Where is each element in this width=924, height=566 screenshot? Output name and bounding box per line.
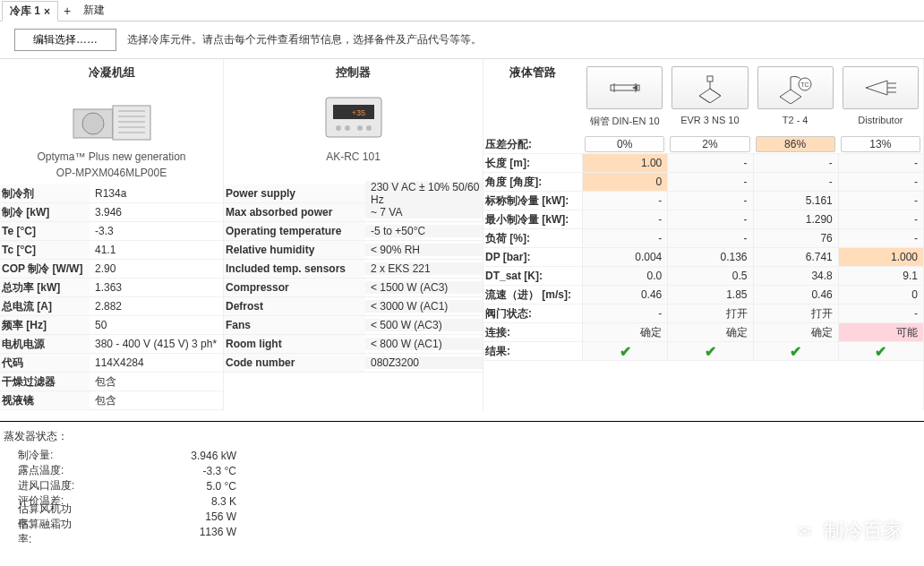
condensing-unit-image[interactable] <box>0 86 223 149</box>
prop-label: 总功率 [kW] <box>0 279 90 296</box>
evaporator-status: 蒸发器状态： 制冷量:3.946 kW露点温度:-3.3 °C进风口温度:5.0… <box>0 425 924 543</box>
liquid-cell[interactable]: 0 <box>582 173 667 191</box>
component-txv[interactable]: TCT2 - 4 <box>753 59 838 135</box>
prop-label: Defrost <box>224 297 365 315</box>
status-value: -3.3 °C <box>75 465 236 477</box>
svg-point-12 <box>345 125 350 131</box>
col2-row: Max absorbed power~ 7 VA <box>224 203 483 222</box>
prop-label: 电机电源 <box>0 335 90 353</box>
liquid-cell: - <box>667 210 752 228</box>
liquid-label: 连接: <box>483 325 582 340</box>
liquid-cell: 确定 <box>667 323 752 341</box>
prop-label: Fans <box>224 316 365 334</box>
prop-value: -3.3 <box>90 225 223 237</box>
liquid-cell: - <box>667 173 752 191</box>
prop-label: Power supply <box>224 184 365 202</box>
prop-value: < 800 W (AC1) <box>365 338 483 350</box>
liquid-cell: 0.004 <box>582 248 667 266</box>
status-value: 156 W <box>75 510 236 523</box>
prop-value: 包含 <box>90 393 223 408</box>
prop-value: < 1500 W (AC3) <box>365 281 483 294</box>
prop-value: 1.363 <box>90 281 223 294</box>
svg-point-2 <box>82 113 104 134</box>
status-row: 估算融霜功率:1136 W <box>4 524 920 539</box>
liquid-cell[interactable]: 1.00 <box>582 154 667 172</box>
col-liquid-line: 液体管路 铜管 DIN-EN 10EVR 3 NS 10TCT2 - 4Dist… <box>483 59 924 410</box>
status-value: 8.3 K <box>75 495 236 508</box>
status-label: 制冷量: <box>4 448 75 463</box>
col2-row: Power supply230 V AC ± 10% 50/60 Hz <box>224 184 483 203</box>
prop-value: < 500 W (AC3) <box>365 319 483 331</box>
watermark: ✉ 制冷百家 <box>791 518 903 543</box>
prop-label: Operating temperature <box>224 222 365 240</box>
liquid-cell: 确定 <box>582 323 667 341</box>
prop-label: Code number <box>224 354 365 372</box>
liquid-cell: 0.136 <box>667 248 752 266</box>
prop-value: 380 - 400 V (415 V) 3 ph* <box>90 338 223 350</box>
close-icon[interactable]: × <box>44 5 50 18</box>
liquid-cell: 0.46 <box>753 286 838 304</box>
col2-row: Relative humidity< 90% RH <box>224 241 483 260</box>
section-divider <box>0 421 924 422</box>
col1-product-code: OP-MPXM046MLP00E <box>0 165 223 184</box>
liquid-label: 长度 [m]: <box>483 156 582 171</box>
prop-value: < 3000 W (AC1) <box>365 300 483 313</box>
component-distributor[interactable]: Distributor <box>838 59 923 135</box>
liquid-row: 阀门状态:-打开打开- <box>483 304 923 323</box>
toolbar: 编辑选择…… 选择冷库元件。请点击每个元件查看细节信息，选择备件及产品代号等等。 <box>0 21 924 59</box>
liquid-cell: - <box>582 210 667 228</box>
liquid-cell[interactable]: 0% <box>585 136 664 152</box>
component-pipe[interactable]: 铜管 DIN-EN 10 <box>582 59 667 135</box>
prop-label: 代码 <box>0 354 90 372</box>
prop-label: Room light <box>224 335 365 353</box>
edit-select-button[interactable]: 编辑选择…… <box>14 29 116 51</box>
prop-value: 114X4284 <box>90 356 223 369</box>
component-valve[interactable]: EVR 3 NS 10 <box>667 59 752 135</box>
prop-value: < 90% RH <box>365 244 483 256</box>
add-tab-icon[interactable]: + <box>58 4 76 18</box>
liquid-cell: 可能 <box>838 323 923 341</box>
status-row: 露点温度:-3.3 °C <box>4 463 920 478</box>
col3-header: 液体管路 <box>483 59 582 135</box>
prop-value: 230 V AC ± 10% 50/60 Hz <box>365 181 483 206</box>
liquid-row: 标称制冷量 [kW]:--5.161- <box>483 192 923 210</box>
liquid-cell: 76 <box>753 229 838 247</box>
check-icon: ✔ <box>790 343 801 360</box>
prop-value: 2.882 <box>90 300 223 313</box>
liquid-cell[interactable]: 1.000 <box>838 248 923 266</box>
liquid-cell: 34.8 <box>753 267 838 285</box>
liquid-cell: 0 <box>838 286 923 304</box>
col1-product-name: Optyma™ Plus new generation <box>0 149 223 165</box>
compressor-icon <box>72 93 152 142</box>
prop-label: Tc [°C] <box>0 241 90 259</box>
liquid-label: DP [bar]: <box>483 251 582 263</box>
tab-new[interactable]: 新建 <box>76 1 112 20</box>
liquid-cell[interactable]: 13% <box>841 136 920 152</box>
prop-label: 频率 [Hz] <box>0 316 90 334</box>
prop-value: 包含 <box>90 374 223 390</box>
prop-label: Relative humidity <box>224 241 365 259</box>
liquid-cell: - <box>582 192 667 210</box>
prop-label: Te [°C] <box>0 222 90 240</box>
col1-row: Tc [°C]41.1 <box>0 241 223 260</box>
col1-row: 代码114X4284 <box>0 354 223 373</box>
tab-coldroom-1[interactable]: 冷库 1 × <box>2 1 58 21</box>
liquid-cell[interactable]: 2% <box>670 136 749 152</box>
txv-icon: TC <box>757 66 834 109</box>
tab-label: 冷库 1 <box>10 4 40 19</box>
col1-row: 视液镜包含 <box>0 391 223 410</box>
prop-value: 080Z3200 <box>365 356 483 369</box>
prop-label: 视液镜 <box>0 391 90 409</box>
prop-value: 41.1 <box>90 244 223 256</box>
prop-label: Included temp. sensors <box>224 260 365 278</box>
col1-row: 总电流 [A]2.882 <box>0 297 223 316</box>
liquid-row: 长度 [m]:1.00--- <box>483 154 923 173</box>
controller-image[interactable]: +35 <box>224 86 483 149</box>
liquid-cell[interactable]: 86% <box>756 136 835 152</box>
liquid-cell: - <box>667 192 752 210</box>
col1-row: 制冷剂R134a <box>0 184 223 203</box>
liquid-label: 负荷 [%]: <box>483 231 582 246</box>
svg-text:+35: +35 <box>351 108 364 117</box>
status-title: 蒸发器状态： <box>4 429 920 448</box>
status-value: 5.0 °C <box>75 480 236 493</box>
